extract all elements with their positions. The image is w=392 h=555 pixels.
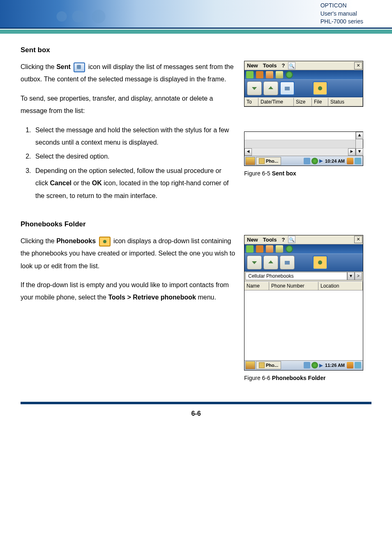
svg-point-1 [318, 86, 322, 90]
system-tray-1: ▶ 10:24 AM [302, 158, 363, 164]
phonebook-table-headers: Name Phone Number Location [244, 281, 363, 290]
app-icon-2 [259, 362, 265, 368]
tb-phonebook-icon[interactable] [313, 81, 327, 95]
close-button-2[interactable]: × [354, 236, 362, 243]
teal-divider [0, 30, 392, 34]
scroll-up-icon[interactable]: ▲ [356, 132, 363, 139]
status-icon-2 [256, 71, 263, 78]
taskbar-2: Pho... ▶ 11:26 AM [244, 360, 363, 370]
tb-down-icon[interactable] [247, 81, 262, 95]
taskbar-app[interactable]: Pho... [256, 157, 281, 165]
taskbar-1: Pho... ▶ 10:24 AM [244, 156, 363, 166]
tb-sent-icon[interactable] [280, 81, 295, 95]
tray-icon-2[interactable] [311, 158, 318, 164]
menu-new[interactable]: New [244, 62, 261, 69]
sent-paragraph-2: To send, see properties, transfer, and d… [21, 92, 236, 117]
col-file[interactable]: File [312, 98, 328, 106]
status-icon-1 [246, 71, 254, 78]
col-to[interactable]: To [244, 98, 258, 106]
menu-new-2[interactable]: New [244, 237, 261, 243]
step-2: Select the desired option. [33, 150, 236, 163]
col-status[interactable]: Status [328, 98, 363, 106]
tray-icon-1b[interactable] [304, 362, 310, 368]
menu-tools-2[interactable]: Tools [261, 237, 279, 243]
status-icon-1b [246, 245, 254, 253]
step-1: Select the message and hold the selectio… [33, 124, 236, 149]
signal-icon [276, 71, 283, 78]
vscroll-track[interactable] [356, 139, 363, 148]
phonebooks-paragraph-2: If the drop-down list is empty and you w… [21, 279, 236, 304]
phonebooks-device-screenshot: New Tools ? 🔍 × [244, 235, 363, 371]
person-icon-2 [266, 245, 273, 253]
tray-icon-3[interactable] [347, 158, 353, 164]
col-phone[interactable]: Phone Number [269, 282, 318, 290]
tray-icon-2b[interactable] [311, 362, 318, 368]
tb-up-icon[interactable] [263, 81, 278, 95]
clock-time-2: 11:26 AM [325, 363, 345, 368]
tray-icon-3b[interactable] [347, 362, 353, 368]
device-toolbar-2 [244, 253, 363, 272]
app-icon [259, 158, 265, 164]
sent-box-heading: Sent box [21, 46, 371, 54]
menu-help[interactable]: ? [279, 62, 287, 69]
dropdown-arrow-icon[interactable]: ▼ [347, 272, 355, 280]
dropdown-go-icon[interactable]: > [355, 272, 362, 280]
tb-down-icon-2[interactable] [247, 256, 262, 269]
phonebooks-icon [99, 237, 111, 246]
manual-label: User's manual [321, 10, 363, 18]
tray-arrow-icon: ▶ [319, 158, 323, 164]
header-text-block: OPTICON User's manual PHL-7000 series [321, 2, 363, 26]
device-toolbar [244, 79, 363, 97]
globe-icon [286, 71, 293, 78]
start-button[interactable] [245, 157, 255, 165]
sent-lower-strip: ◄ ► ▲ ▼ [244, 131, 363, 166]
page-number: 6-6 [0, 404, 392, 430]
sent-paragraph-1: Clicking the Sent icon will display the … [21, 61, 236, 86]
tray-arrow-icon-2: ▶ [319, 363, 323, 368]
zoom-icon-2[interactable]: 🔍 [288, 236, 295, 243]
phonebooks-heading: Phonebooks Folder [21, 220, 371, 228]
col-size[interactable]: Size [294, 98, 312, 106]
tb-sent-icon-2[interactable] [280, 256, 295, 269]
col-name[interactable]: Name [244, 282, 269, 290]
person-icon [266, 71, 273, 78]
taskbar-app-2[interactable]: Pho... [256, 361, 281, 369]
close-button[interactable]: × [354, 62, 362, 69]
phonebooks-paragraph-1: Clicking the Phonebooks icon displays a … [21, 235, 236, 272]
svg-rect-2 [285, 261, 290, 265]
tb-up-icon-2[interactable] [263, 256, 278, 269]
scroll-right-icon[interactable]: ► [348, 148, 355, 156]
tray-icon-4b[interactable] [355, 362, 361, 368]
hscroll-track[interactable] [252, 148, 348, 156]
zoom-icon[interactable]: 🔍 [288, 62, 295, 69]
system-tray-2: ▶ 11:26 AM [302, 362, 363, 368]
scroll-down-icon[interactable]: ▼ [356, 148, 363, 156]
brand-label: OPTICON [321, 2, 363, 10]
svg-point-3 [318, 260, 322, 265]
menu-tools[interactable]: Tools [261, 62, 279, 69]
tray-icon-4[interactable] [355, 158, 361, 164]
sent-device-screenshot: New Tools ? 🔍 × [244, 61, 363, 107]
header-banner: OPTICON User's manual PHL-7000 series [0, 0, 392, 29]
start-button-2[interactable] [245, 361, 255, 369]
status-icon-2b [256, 245, 263, 253]
col-location[interactable]: Location [318, 282, 363, 290]
device-icons-row [244, 70, 363, 79]
scroll-left-icon[interactable]: ◄ [244, 148, 252, 156]
step-3: Depending on the option selected, follow… [33, 165, 236, 202]
figure-6-5-caption: Figure 6-5 Sent box [244, 170, 371, 177]
sent-icon [74, 62, 85, 72]
series-label: PHL-7000 series [321, 18, 363, 26]
figure-6-6-caption: Figure 6-6 Phonebooks Folder [244, 375, 371, 381]
clock-time: 10:24 AM [325, 159, 345, 164]
sent-table-headers: To Date/Time Size File Status [244, 97, 363, 106]
menu-help-2[interactable]: ? [279, 237, 287, 243]
svg-rect-0 [285, 87, 290, 90]
tray-icon-1[interactable] [304, 158, 310, 164]
phonebook-dropdown[interactable]: Cellular Phonebooks [245, 272, 347, 280]
device-icons-row-2 [244, 244, 363, 253]
col-datetime[interactable]: Date/Time [258, 98, 294, 106]
tb-phonebook-icon-2[interactable] [313, 256, 327, 269]
sent-steps-list: Select the message and hold the selectio… [33, 124, 236, 202]
signal-icon-2 [276, 245, 283, 253]
